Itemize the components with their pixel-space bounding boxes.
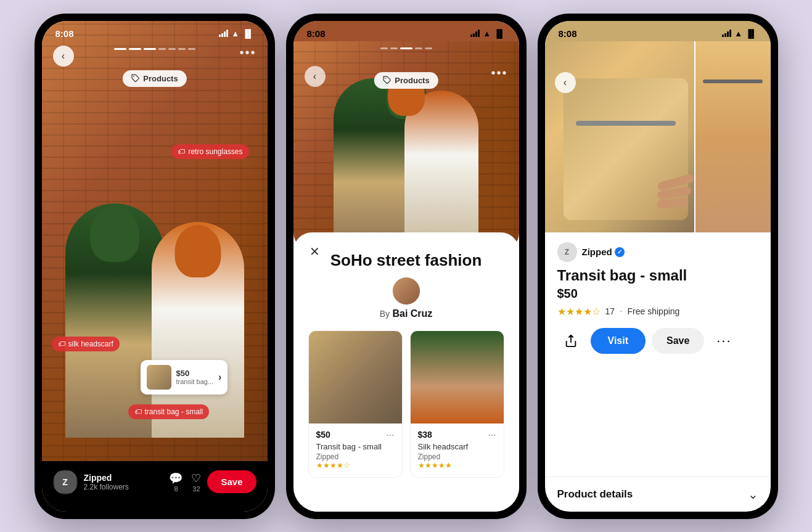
dot-separator: ·	[620, 306, 622, 317]
avatar-z: Z	[54, 471, 76, 493]
side-zipper	[703, 80, 763, 83]
tag-icon-1	[131, 74, 139, 83]
rating-row: ★★★★☆ 17 · Free shipping	[557, 306, 758, 317]
product-card-1[interactable]: $50 ··· Transit bag - small Zipped ★★★★☆	[308, 330, 403, 478]
author-by-text: By	[380, 309, 390, 319]
product-card-2-info: $38 ··· Silk headscarf Zipped ★★★★★	[411, 424, 504, 477]
signal-bars-2	[470, 30, 480, 37]
pin-bottom-bar: Z Zipped 2.2k followers 💬 8 ♡ 32	[42, 461, 268, 512]
more-icon-1[interactable]: ···	[386, 430, 394, 441]
status-time-2: 8:08	[307, 28, 326, 39]
visit-button[interactable]: Visit	[591, 328, 646, 354]
product-arrow: ›	[218, 372, 221, 383]
product1-stars: ★★★★☆	[316, 461, 395, 470]
product1-name: Transit bag - small	[316, 442, 395, 451]
chevron-down-icon: ⌄	[748, 487, 758, 502]
tag-icon-2	[382, 76, 391, 84]
brand-logo: Z	[559, 243, 576, 261]
hijab-right	[174, 225, 221, 277]
signal-bar	[473, 33, 475, 37]
signal-bar	[221, 33, 223, 37]
products-grid: $50 ··· Transit bag - small Zipped ★★★★☆	[308, 330, 504, 478]
comment-count: 8	[174, 485, 178, 493]
dot2-1	[380, 47, 388, 49]
dot2-3	[400, 47, 412, 49]
more-button-3[interactable]: ···	[710, 327, 737, 354]
pin-actions: 💬 8 ♡ 32	[169, 472, 201, 493]
phone-3: 8:08 ▲ ▐▌	[538, 14, 778, 519]
dot-3	[144, 48, 156, 50]
pin-user-info: Zipped 2.2k followers	[84, 473, 163, 491]
tag-silk-headscarf[interactable]: 🏷 silk headscarf	[52, 337, 120, 351]
close-button[interactable]: ✕	[306, 242, 324, 261]
rating-count: 17	[605, 306, 615, 316]
product1-brand: Zipped	[316, 452, 395, 461]
product2-price: $38	[418, 430, 432, 440]
status-bar-1: 8:08 ▲ ▐▌	[42, 21, 268, 41]
tag-icon: 🏷	[178, 147, 185, 156]
product2-name: Silk headscarf	[418, 442, 496, 451]
battery-icon-2: ▐▌	[494, 29, 505, 38]
pin-followers: 2.2k followers	[84, 483, 163, 491]
back-button-3[interactable]: ‹	[555, 72, 576, 93]
product-card-2[interactable]: $38 ··· Silk headscarf Zipped ★★★★★	[410, 330, 504, 478]
product2-stars: ★★★★★	[418, 461, 496, 470]
product-overlay-name: transit bag...	[176, 378, 214, 385]
product-details-label: Product details	[557, 488, 633, 501]
product-info: $50 transit bag...	[176, 369, 214, 385]
comment-action[interactable]: 💬 8	[169, 472, 182, 493]
more-icon-2[interactable]: ···	[488, 430, 496, 441]
product-card-1-info: $50 ··· Transit bag - small Zipped ★★★★☆	[309, 424, 402, 477]
product-overlay-price: $50	[176, 369, 214, 378]
save-button-1[interactable]: Save	[207, 470, 256, 493]
more-button-1[interactable]: •••	[239, 46, 256, 60]
pin-image-top: ‹ ••• Products	[293, 41, 519, 251]
heart-icon: ♡	[191, 472, 201, 485]
figures-2	[293, 73, 519, 251]
progress-dots	[114, 48, 195, 50]
signal-bar	[219, 35, 221, 37]
products-pill-1[interactable]: Products	[122, 70, 186, 87]
signal-bar	[724, 33, 726, 37]
progress-dots-2	[380, 47, 432, 49]
status-time-1: 8:08	[55, 28, 74, 39]
product-details-row[interactable]: Product details ⌄	[545, 477, 771, 512]
svg-point-1	[385, 78, 386, 79]
dot2-2	[390, 47, 398, 49]
tag-transit-bag[interactable]: 🏷 transit bag - small	[128, 404, 210, 419]
signal-bar	[470, 35, 472, 37]
product-img-bag	[309, 331, 402, 424]
tag-retro-label: retro sunglasses	[188, 147, 242, 156]
status-bar-2: 8:08 ▲ ▐▌	[293, 21, 519, 41]
phones-container: 8:08 ▲ ▐▌	[35, 14, 778, 519]
back-button-1[interactable]: ‹	[53, 46, 74, 67]
signal-bar	[727, 31, 729, 37]
pin-avatar: Z	[53, 470, 78, 494]
modal-author: By Bai Cruz	[308, 277, 504, 319]
dot-2	[129, 48, 141, 50]
status-time-3: 8:08	[559, 28, 577, 39]
zipper	[576, 121, 676, 126]
save-button-3[interactable]: Save	[652, 328, 704, 354]
product-card-transit[interactable]: $50 transit bag... ›	[141, 360, 228, 395]
tag-silk-label: silk headscarf	[68, 340, 113, 348]
back-button-2[interactable]: ‹	[305, 66, 326, 87]
more-button-2[interactable]: •••	[491, 66, 507, 80]
products-pill-2[interactable]: Products	[374, 72, 438, 89]
modal-title: SoHo street fashion	[308, 251, 504, 270]
status-icons-2: ▲ ▐▌	[470, 29, 505, 38]
dot2-4	[415, 47, 422, 49]
phone-1: 8:08 ▲ ▐▌	[35, 14, 275, 519]
product-detail-price: $50	[557, 287, 758, 301]
battery-icon-3: ▐▌	[745, 29, 757, 38]
stars: ★★★★☆	[557, 306, 601, 317]
free-shipping: Free shipping	[628, 306, 680, 316]
hand-visual	[657, 178, 694, 208]
status-icons-3: ▲ ▐▌	[722, 29, 757, 38]
like-action[interactable]: ♡ 32	[191, 472, 201, 493]
brand-avatar: Z	[557, 242, 577, 262]
share-button[interactable]	[557, 327, 584, 354]
wifi-icon: ▲	[231, 29, 239, 38]
tag-retro-sunglasses[interactable]: 🏷 retro sunglasses	[171, 144, 248, 159]
signal-bars-1	[219, 30, 228, 37]
